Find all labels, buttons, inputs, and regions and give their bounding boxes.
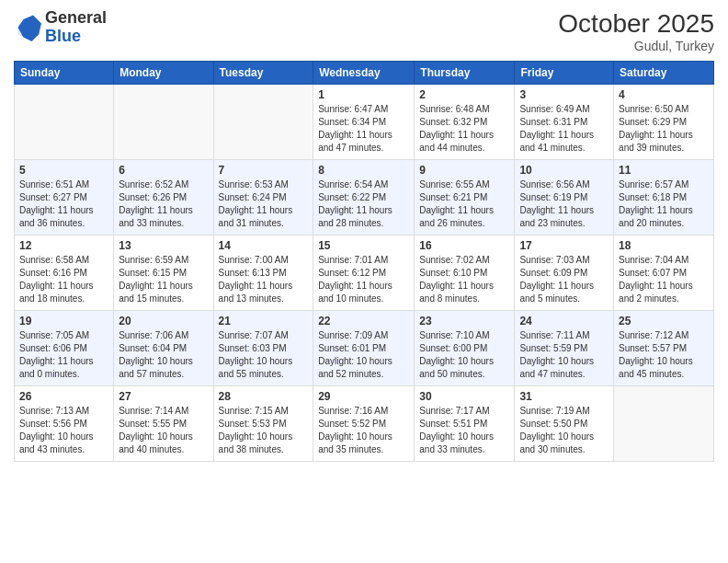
day-number: 23 (419, 315, 509, 327)
day-info: Sunrise: 7:03 AM Sunset: 6:09 PM Dayligh… (519, 254, 609, 305)
day-info: Sunrise: 7:02 AM Sunset: 6:10 PM Dayligh… (419, 254, 509, 305)
day-info: Sunrise: 7:17 AM Sunset: 5:51 PM Dayligh… (419, 405, 509, 456)
calendar-cell: 21Sunrise: 7:07 AM Sunset: 6:03 PM Dayli… (213, 311, 313, 386)
header: General Blue October 2025 Gudul, Turkey (14, 9, 714, 53)
header-sunday: Sunday (15, 62, 114, 85)
calendar-cell: 13Sunrise: 6:59 AM Sunset: 6:15 PM Dayli… (114, 236, 213, 311)
day-info: Sunrise: 6:56 AM Sunset: 6:19 PM Dayligh… (519, 178, 609, 230)
header-thursday: Thursday (415, 62, 515, 85)
location: Gudul, Turkey (558, 39, 714, 53)
calendar-cell: 4Sunrise: 6:50 AM Sunset: 6:29 PM Daylig… (614, 85, 714, 160)
day-number: 14 (219, 239, 309, 252)
calendar-cell: 28Sunrise: 7:15 AM Sunset: 5:53 PM Dayli… (213, 386, 313, 462)
weekday-header-row: Sunday Monday Tuesday Wednesday Thursday… (15, 62, 714, 85)
day-number: 31 (519, 390, 609, 403)
day-number: 8 (318, 164, 409, 177)
day-number: 9 (419, 164, 509, 177)
day-number: 13 (119, 239, 208, 252)
calendar-cell: 22Sunrise: 7:09 AM Sunset: 6:01 PM Dayli… (313, 311, 415, 386)
calendar-cell: 16Sunrise: 7:02 AM Sunset: 6:10 PM Dayli… (415, 236, 515, 311)
header-friday: Friday (515, 62, 614, 85)
day-number: 19 (19, 315, 108, 327)
header-wednesday: Wednesday (313, 62, 415, 85)
logo-icon (14, 14, 41, 41)
day-number: 29 (318, 390, 409, 403)
svg-marker-2 (18, 15, 42, 41)
day-number: 27 (119, 390, 208, 403)
day-info: Sunrise: 7:13 AM Sunset: 5:56 PM Dayligh… (19, 405, 108, 456)
day-number: 28 (219, 390, 309, 403)
calendar-cell: 3Sunrise: 6:49 AM Sunset: 6:31 PM Daylig… (515, 85, 614, 160)
day-info: Sunrise: 6:53 AM Sunset: 6:24 PM Dayligh… (219, 178, 309, 230)
day-number: 2 (419, 88, 509, 101)
logo-text: General Blue (45, 9, 107, 46)
month-title: October 2025 (558, 9, 714, 39)
calendar-cell: 29Sunrise: 7:16 AM Sunset: 5:52 PM Dayli… (313, 386, 415, 462)
page: General Blue October 2025 Gudul, Turkey … (0, 0, 728, 563)
day-info: Sunrise: 7:05 AM Sunset: 6:06 PM Dayligh… (19, 329, 108, 381)
day-info: Sunrise: 7:10 AM Sunset: 6:00 PM Dayligh… (419, 329, 509, 381)
calendar-cell (15, 85, 114, 160)
day-info: Sunrise: 6:51 AM Sunset: 6:27 PM Dayligh… (19, 178, 108, 230)
calendar: Sunday Monday Tuesday Wednesday Thursday… (14, 61, 714, 462)
day-info: Sunrise: 6:49 AM Sunset: 6:31 PM Dayligh… (519, 103, 609, 155)
calendar-cell: 19Sunrise: 7:05 AM Sunset: 6:06 PM Dayli… (15, 311, 114, 386)
day-number: 4 (619, 88, 709, 101)
calendar-cell: 1Sunrise: 6:47 AM Sunset: 6:34 PM Daylig… (313, 85, 415, 160)
calendar-cell: 31Sunrise: 7:19 AM Sunset: 5:50 PM Dayli… (515, 386, 614, 462)
day-info: Sunrise: 6:57 AM Sunset: 6:18 PM Dayligh… (619, 178, 709, 230)
calendar-cell (614, 386, 714, 462)
calendar-week-2: 5Sunrise: 6:51 AM Sunset: 6:27 PM Daylig… (15, 160, 714, 236)
calendar-cell (213, 85, 313, 160)
day-number: 22 (318, 315, 409, 327)
day-info: Sunrise: 7:01 AM Sunset: 6:12 PM Dayligh… (318, 254, 409, 305)
day-number: 25 (619, 315, 709, 327)
day-info: Sunrise: 7:09 AM Sunset: 6:01 PM Dayligh… (318, 329, 409, 381)
calendar-week-3: 12Sunrise: 6:58 AM Sunset: 6:16 PM Dayli… (15, 236, 714, 311)
day-number: 1 (318, 88, 409, 101)
day-info: Sunrise: 7:19 AM Sunset: 5:50 PM Dayligh… (519, 405, 609, 456)
day-number: 26 (19, 390, 108, 403)
day-info: Sunrise: 7:07 AM Sunset: 6:03 PM Dayligh… (219, 329, 309, 381)
day-info: Sunrise: 6:59 AM Sunset: 6:15 PM Dayligh… (119, 254, 208, 305)
logo: General Blue (14, 9, 107, 46)
calendar-week-1: 1Sunrise: 6:47 AM Sunset: 6:34 PM Daylig… (15, 85, 714, 160)
calendar-cell: 12Sunrise: 6:58 AM Sunset: 6:16 PM Dayli… (15, 236, 114, 311)
day-number: 15 (318, 239, 409, 252)
calendar-cell: 20Sunrise: 7:06 AM Sunset: 6:04 PM Dayli… (114, 311, 213, 386)
calendar-cell: 15Sunrise: 7:01 AM Sunset: 6:12 PM Dayli… (313, 236, 415, 311)
day-number: 30 (419, 390, 509, 403)
calendar-cell: 30Sunrise: 7:17 AM Sunset: 5:51 PM Dayli… (415, 386, 515, 462)
day-number: 17 (519, 239, 609, 252)
day-info: Sunrise: 7:14 AM Sunset: 5:55 PM Dayligh… (119, 405, 208, 456)
logo-general: General (45, 8, 107, 27)
day-info: Sunrise: 7:00 AM Sunset: 6:13 PM Dayligh… (219, 254, 309, 305)
day-info: Sunrise: 6:55 AM Sunset: 6:21 PM Dayligh… (419, 178, 509, 230)
calendar-cell: 8Sunrise: 6:54 AM Sunset: 6:22 PM Daylig… (313, 160, 415, 236)
calendar-cell (114, 85, 213, 160)
day-info: Sunrise: 7:12 AM Sunset: 5:57 PM Dayligh… (619, 329, 709, 381)
day-info: Sunrise: 7:16 AM Sunset: 5:52 PM Dayligh… (318, 405, 409, 456)
calendar-cell: 17Sunrise: 7:03 AM Sunset: 6:09 PM Dayli… (515, 236, 614, 311)
day-info: Sunrise: 7:04 AM Sunset: 6:07 PM Dayligh… (619, 254, 709, 305)
day-number: 3 (519, 88, 609, 101)
day-info: Sunrise: 6:48 AM Sunset: 6:32 PM Dayligh… (419, 103, 509, 155)
day-info: Sunrise: 6:58 AM Sunset: 6:16 PM Dayligh… (19, 254, 108, 305)
day-info: Sunrise: 6:54 AM Sunset: 6:22 PM Dayligh… (318, 178, 409, 230)
calendar-week-5: 26Sunrise: 7:13 AM Sunset: 5:56 PM Dayli… (15, 386, 714, 462)
day-info: Sunrise: 6:52 AM Sunset: 6:26 PM Dayligh… (119, 178, 208, 230)
calendar-cell: 5Sunrise: 6:51 AM Sunset: 6:27 PM Daylig… (15, 160, 114, 236)
calendar-cell: 2Sunrise: 6:48 AM Sunset: 6:32 PM Daylig… (415, 85, 515, 160)
calendar-cell: 14Sunrise: 7:00 AM Sunset: 6:13 PM Dayli… (213, 236, 313, 311)
calendar-cell: 11Sunrise: 6:57 AM Sunset: 6:18 PM Dayli… (614, 160, 714, 236)
day-number: 18 (619, 239, 709, 252)
day-number: 20 (119, 315, 208, 327)
calendar-cell: 6Sunrise: 6:52 AM Sunset: 6:26 PM Daylig… (114, 160, 213, 236)
day-number: 16 (419, 239, 509, 252)
calendar-cell: 24Sunrise: 7:11 AM Sunset: 5:59 PM Dayli… (515, 311, 614, 386)
day-number: 5 (19, 164, 108, 177)
calendar-cell: 25Sunrise: 7:12 AM Sunset: 5:57 PM Dayli… (614, 311, 714, 386)
calendar-cell: 27Sunrise: 7:14 AM Sunset: 5:55 PM Dayli… (114, 386, 213, 462)
day-info: Sunrise: 7:06 AM Sunset: 6:04 PM Dayligh… (119, 329, 208, 381)
day-number: 6 (119, 164, 208, 177)
